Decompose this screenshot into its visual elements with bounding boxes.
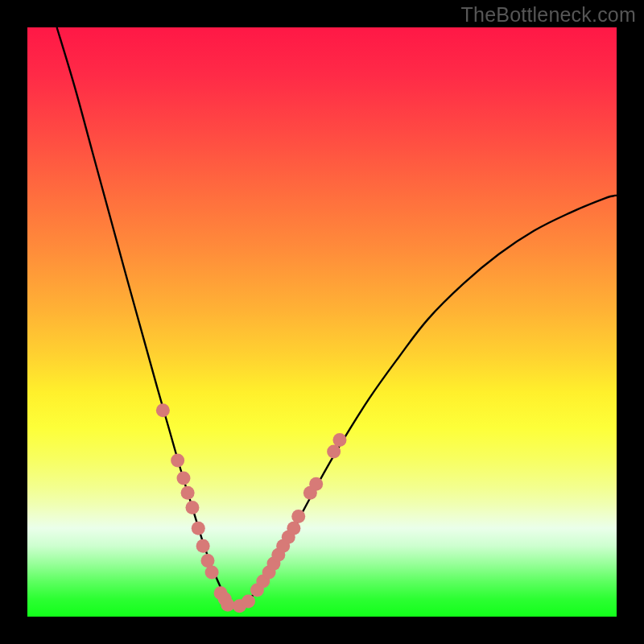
chart-svg: [27, 27, 617, 617]
data-marker: [327, 445, 341, 459]
curve-group: [57, 27, 617, 608]
data-marker: [205, 566, 219, 580]
chart-frame: TheBottleneck.com: [0, 0, 644, 644]
data-marker: [221, 598, 234, 612]
watermark-text: TheBottleneck.com: [461, 3, 636, 27]
data-marker: [242, 594, 255, 608]
data-marker: [309, 477, 323, 491]
data-marker: [171, 454, 184, 468]
data-marker: [181, 486, 195, 500]
data-marker: [287, 522, 300, 535]
bottleneck-curve: [57, 27, 234, 608]
marker-group: [156, 403, 347, 613]
bottleneck-curve: [233, 196, 617, 608]
data-marker: [291, 510, 305, 523]
data-marker: [185, 501, 199, 514]
data-marker: [196, 539, 210, 553]
data-marker: [332, 433, 346, 447]
data-marker: [192, 522, 205, 535]
data-marker: [156, 403, 170, 417]
data-marker: [176, 471, 190, 485]
plot-area: [27, 27, 617, 617]
data-marker: [200, 554, 214, 568]
